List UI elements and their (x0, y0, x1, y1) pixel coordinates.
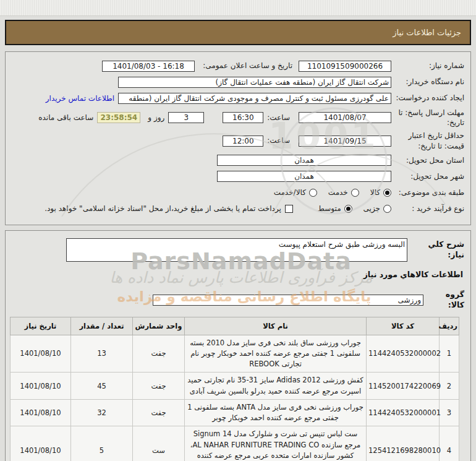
cell-need-date: 1401/08/10 (11, 373, 71, 400)
col-header-need-date: تاریخ نیاز (11, 317, 71, 335)
row-subject-class: طبقه بندی موضوعی: کالا خدمت کالا/خدمت (12, 186, 464, 199)
cell-quantity: 5 (71, 426, 133, 461)
cell-item-code: 1144240532000002 (367, 335, 440, 373)
row-need-number: شماره نیاز: 1101091509000266 تاریخ و ساع… (12, 59, 464, 72)
goods-heading-row: اطلاعات کالاهاي مورد نیاز (13, 268, 463, 281)
row-reply-deadline: مهلت ارسال پاسخ: تا تاریخ: 1401/08/07 سا… (12, 108, 464, 127)
medium-radio[interactable] (344, 205, 352, 213)
items-table-head: ردیف کد کالا نام کالا واحد شمارش تعداد /… (11, 317, 459, 335)
need-number-field[interactable]: 1101091509000266 (299, 61, 391, 72)
service-radio-label: خدمت (328, 188, 348, 197)
table-row: 1 1144240532000002 جوراب ورزشی ساق بلند … (11, 335, 459, 373)
buyer-contact-link[interactable]: اطلاعات تماس خریدار (46, 94, 114, 103)
col-header-row-number: ردیف (440, 317, 459, 335)
row-purchase-process: نوع فرآیند خرید : جزیی متوسط پرداخت تمام… (12, 202, 464, 215)
goods-radio[interactable] (383, 189, 391, 197)
cell-quantity: 13 (71, 335, 133, 373)
goods-heading: اطلاعات کالاهاي مورد نیاز (363, 270, 463, 279)
cell-item-name: جوراب ورزشی ساق بلند نخی فری سایز مدل 20… (185, 335, 367, 373)
row-request-creator: ایجاد کننده درخواست: علی گودرزی مسئول ثب… (12, 92, 464, 105)
reply-deadline-label: مهلت ارسال پاسخ: تا تاریخ: (391, 108, 464, 127)
partial-radio-label: جزیی (363, 204, 380, 213)
reply-deadline-date-field[interactable]: 1401/08/07 (299, 112, 391, 123)
radio-option-goods[interactable]: کالا (370, 188, 391, 197)
cell-unit: جفت (133, 373, 185, 400)
countdown-timer: 23:58:54 (97, 112, 140, 123)
need-number-label: شماره نیاز: (391, 61, 464, 71)
price-validity-time-field[interactable]: 12:00 (223, 136, 263, 147)
row-need-description: شرح کلي نیاز: البسه ورزشی طبق شرح استعلا… (12, 238, 464, 262)
treasury-checkbox[interactable] (285, 205, 293, 213)
radio-option-service[interactable]: خدمت (328, 188, 359, 197)
row-buyer-org: نام دستگاه خریدار: شرکت انتقال گاز ایران… (12, 75, 464, 88)
cell-unit: جفت (133, 335, 185, 373)
delivery-province-field[interactable]: همدان (217, 155, 391, 166)
table-row: 2 1145200174220069 کفش ورزشی Adidas 2012… (11, 373, 459, 400)
buyer-org-field[interactable]: شرکت انتقال گاز ایران (منطقه هفت عملیات … (118, 77, 391, 88)
cell-row-number: 1 (440, 335, 459, 373)
cell-row-number: 2 (440, 373, 459, 400)
subject-class-label: طبقه بندی موضوعی: (391, 187, 464, 197)
need-description-field[interactable]: البسه ورزشی طبق شرح استعلام پیوست (66, 238, 407, 262)
cell-row-number: 3 (440, 399, 459, 426)
col-header-item-code: کد کالا (367, 317, 440, 335)
radio-option-partial[interactable]: جزیی (363, 204, 391, 213)
goods-group-label: گروه کالا: (423, 290, 464, 311)
row-delivery-city: شهر محل تحویل: همدان (12, 170, 464, 183)
request-creator-label: ایجاد کننده درخواست: (391, 93, 464, 103)
cell-item-code: 1145200174220069 (367, 373, 440, 400)
delivery-city-field[interactable]: همدان (217, 171, 391, 182)
table-row: 3 1144240532000001 جوراب ورزشی نخی فری س… (11, 399, 459, 426)
partial-radio[interactable] (383, 205, 391, 213)
items-header-row: ردیف کد کالا نام کالا واحد شمارش تعداد /… (11, 317, 459, 335)
cell-unit: ست (133, 426, 185, 461)
col-header-item-name: نام کالا (185, 317, 367, 335)
request-creator-field[interactable]: علی گودرزی مسئول ثبت و کنترل مصرف و موجو… (118, 93, 391, 104)
announce-datetime-field[interactable]: 1401/08/03 - 16:18 (102, 61, 195, 72)
goods-service-radio[interactable] (309, 189, 317, 197)
cell-need-date: 1401/08/10 (11, 399, 71, 426)
remaining-hours-label: ساعت باقی مانده (35, 113, 93, 123)
items-table: ردیف کد کالا نام کالا واحد شمارش تعداد /… (10, 317, 459, 461)
cell-row-number: 4 (440, 426, 459, 461)
row-goods-group: گروه کالا: ورزشی (12, 290, 464, 311)
page-title: جزئیات اطلاعات نیاز (5, 20, 471, 45)
announce-datetime-label: تاریخ و ساعت اعلان عمومی: (195, 61, 292, 71)
medium-radio-label: متوسط (318, 204, 341, 213)
purchase-process-label: نوع فرآیند خرید : (391, 204, 464, 213)
radio-option-goods-service[interactable]: کالا/خدمت (274, 188, 317, 197)
cell-item-name: کفش ورزشی Adidas 2012 سایز 31-35 نام تجا… (185, 373, 367, 400)
cell-item-name: جوراب ورزشی نخی فری سایز مدل ANTA بسته س… (185, 399, 367, 426)
col-header-unit: واحد شمارش (133, 317, 185, 335)
need-info-panel: شماره نیاز: 1101091509000266 تاریخ و ساع… (5, 51, 471, 225)
remaining-days-label: روز و (144, 113, 164, 123)
items-table-body: 1 1144240532000002 جوراب ورزشی ساق بلند … (11, 335, 459, 461)
goods-service-radio-label: کالا/خدمت (274, 188, 306, 197)
remaining-days-field[interactable]: 3 (168, 112, 204, 123)
cell-unit: جفت (133, 399, 185, 426)
goods-group-field[interactable]: ورزشی (153, 295, 423, 306)
price-validity-date-field[interactable]: 1401/09/15 (299, 136, 391, 147)
cell-item-code: 1254121698280010 (367, 426, 440, 461)
treasury-note: پرداخت تمام یا بخشی از مبلغ خرید،از محل … (45, 204, 281, 213)
price-validity-label: حداقل تاریخ اعتبار قیمت: تا تاریخ: (391, 131, 464, 150)
reply-deadline-time-field[interactable]: 16:30 (223, 112, 263, 123)
cell-quantity: 45 (71, 373, 133, 400)
goods-info-panel: شرح کلي نیاز: البسه ورزشی طبق شرح استعلا… (5, 230, 471, 461)
service-radio[interactable] (351, 189, 359, 197)
table-row: 4 1254121698280010 ست لباس تنیس تی شرت و… (11, 426, 459, 461)
row-price-validity: حداقل تاریخ اعتبار قیمت: تا تاریخ: 1401/… (12, 131, 464, 150)
delivery-city-label: شهر محل تحویل: (391, 171, 464, 181)
col-header-quantity: تعداد / مقدار (71, 317, 133, 335)
goods-radio-label: کالا (370, 188, 380, 197)
need-description-label: شرح کلي نیاز: (407, 239, 464, 261)
cell-item-name: ست لباس تنیس تی شرت و شلوارک مدل Signum … (185, 426, 367, 461)
page-top-texture (0, 0, 476, 16)
cell-item-code: 1144240532000001 (367, 399, 440, 426)
cell-quantity: 32 (71, 399, 133, 426)
price-validity-time-label: ساعت: (263, 136, 290, 145)
cell-need-date: 1401/08/10 (11, 335, 71, 373)
cell-need-date: 1401/08/10 (11, 426, 71, 461)
reply-deadline-time-label: ساعت: (263, 113, 290, 123)
radio-option-medium[interactable]: متوسط (318, 204, 352, 213)
